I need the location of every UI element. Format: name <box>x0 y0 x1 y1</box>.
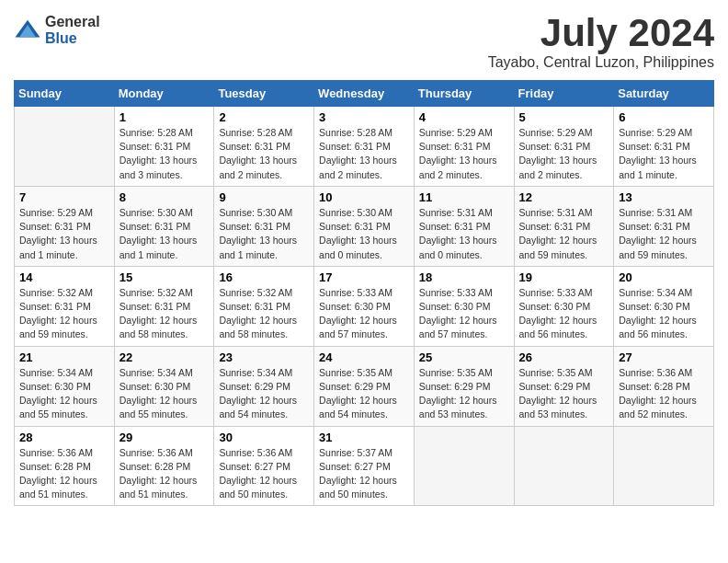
day-number: 25 <box>419 350 509 364</box>
day-number: 7 <box>19 190 109 204</box>
day-number: 26 <box>519 350 609 364</box>
page-header: General Blue July 2024 Tayabo, Central L… <box>14 14 714 71</box>
day-number: 28 <box>19 431 109 444</box>
header-cell-monday: Monday <box>114 81 214 107</box>
day-number: 20 <box>619 270 709 284</box>
calendar-cell: 11Sunrise: 5:31 AM Sunset: 6:31 PM Dayli… <box>414 186 514 266</box>
day-info: Sunrise: 5:32 AM Sunset: 6:31 PM Dayligh… <box>219 286 309 342</box>
day-number: 14 <box>19 270 109 284</box>
calendar-cell: 19Sunrise: 5:33 AM Sunset: 6:30 PM Dayli… <box>514 266 614 346</box>
day-info: Sunrise: 5:34 AM Sunset: 6:29 PM Dayligh… <box>219 366 309 422</box>
day-info: Sunrise: 5:28 AM Sunset: 6:31 PM Dayligh… <box>219 126 309 182</box>
day-info: Sunrise: 5:28 AM Sunset: 6:31 PM Dayligh… <box>319 126 409 182</box>
day-number: 12 <box>519 190 609 204</box>
day-number: 19 <box>519 270 609 284</box>
week-row-1: 1Sunrise: 5:28 AM Sunset: 6:31 PM Daylig… <box>15 107 714 187</box>
day-info: Sunrise: 5:33 AM Sunset: 6:30 PM Dayligh… <box>519 286 609 342</box>
day-info: Sunrise: 5:34 AM Sunset: 6:30 PM Dayligh… <box>19 366 109 422</box>
day-number: 2 <box>219 110 309 124</box>
header-row: SundayMondayTuesdayWednesdayThursdayFrid… <box>15 81 714 107</box>
calendar-table: SundayMondayTuesdayWednesdayThursdayFrid… <box>14 80 714 506</box>
day-info: Sunrise: 5:36 AM Sunset: 6:28 PM Dayligh… <box>19 446 109 502</box>
location-title: Tayabo, Central Luzon, Philippines <box>488 54 714 71</box>
calendar-cell: 25Sunrise: 5:35 AM Sunset: 6:29 PM Dayli… <box>414 346 514 426</box>
calendar-cell: 7Sunrise: 5:29 AM Sunset: 6:31 PM Daylig… <box>15 186 115 266</box>
day-info: Sunrise: 5:36 AM Sunset: 6:27 PM Dayligh… <box>219 446 309 502</box>
day-info: Sunrise: 5:31 AM Sunset: 6:31 PM Dayligh… <box>419 206 509 262</box>
day-info: Sunrise: 5:30 AM Sunset: 6:31 PM Dayligh… <box>119 206 210 262</box>
day-number: 18 <box>419 270 509 284</box>
day-number: 3 <box>319 110 409 124</box>
calendar-cell: 31Sunrise: 5:37 AM Sunset: 6:27 PM Dayli… <box>314 426 415 506</box>
calendar-cell: 2Sunrise: 5:28 AM Sunset: 6:31 PM Daylig… <box>214 107 314 187</box>
day-info: Sunrise: 5:30 AM Sunset: 6:31 PM Dayligh… <box>219 206 309 262</box>
week-row-5: 28Sunrise: 5:36 AM Sunset: 6:28 PM Dayli… <box>15 426 714 506</box>
calendar-cell: 28Sunrise: 5:36 AM Sunset: 6:28 PM Dayli… <box>15 426 115 506</box>
calendar-cell: 22Sunrise: 5:34 AM Sunset: 6:30 PM Dayli… <box>114 346 214 426</box>
logo-blue-text: Blue <box>45 30 100 47</box>
day-info: Sunrise: 5:31 AM Sunset: 6:31 PM Dayligh… <box>519 206 609 262</box>
header-cell-thursday: Thursday <box>414 81 514 107</box>
calendar-cell: 21Sunrise: 5:34 AM Sunset: 6:30 PM Dayli… <box>15 346 115 426</box>
day-info: Sunrise: 5:37 AM Sunset: 6:27 PM Dayligh… <box>319 446 409 502</box>
day-number: 31 <box>319 431 409 444</box>
calendar-cell: 1Sunrise: 5:28 AM Sunset: 6:31 PM Daylig… <box>114 107 214 187</box>
day-info: Sunrise: 5:28 AM Sunset: 6:31 PM Dayligh… <box>119 126 210 182</box>
calendar-cell: 24Sunrise: 5:35 AM Sunset: 6:29 PM Dayli… <box>314 346 415 426</box>
day-number: 13 <box>619 190 709 204</box>
day-info: Sunrise: 5:34 AM Sunset: 6:30 PM Dayligh… <box>619 286 709 342</box>
header-cell-sunday: Sunday <box>15 81 115 107</box>
day-info: Sunrise: 5:34 AM Sunset: 6:30 PM Dayligh… <box>119 366 210 422</box>
day-info: Sunrise: 5:33 AM Sunset: 6:30 PM Dayligh… <box>319 286 409 342</box>
day-number: 4 <box>419 110 509 124</box>
day-info: Sunrise: 5:29 AM Sunset: 6:31 PM Dayligh… <box>519 126 609 182</box>
calendar-cell <box>614 426 714 506</box>
day-info: Sunrise: 5:32 AM Sunset: 6:31 PM Dayligh… <box>19 286 109 342</box>
calendar-cell <box>15 107 115 187</box>
calendar-cell: 4Sunrise: 5:29 AM Sunset: 6:31 PM Daylig… <box>414 107 514 187</box>
header-cell-tuesday: Tuesday <box>214 81 314 107</box>
header-cell-friday: Friday <box>514 81 614 107</box>
calendar-cell: 17Sunrise: 5:33 AM Sunset: 6:30 PM Dayli… <box>314 266 415 346</box>
calendar-cell: 12Sunrise: 5:31 AM Sunset: 6:31 PM Dayli… <box>514 186 614 266</box>
calendar-cell: 5Sunrise: 5:29 AM Sunset: 6:31 PM Daylig… <box>514 107 614 187</box>
day-info: Sunrise: 5:35 AM Sunset: 6:29 PM Dayligh… <box>319 366 409 422</box>
calendar-cell: 13Sunrise: 5:31 AM Sunset: 6:31 PM Dayli… <box>614 186 714 266</box>
day-info: Sunrise: 5:29 AM Sunset: 6:31 PM Dayligh… <box>419 126 509 182</box>
calendar-cell: 26Sunrise: 5:35 AM Sunset: 6:29 PM Dayli… <box>514 346 614 426</box>
header-cell-wednesday: Wednesday <box>314 81 415 107</box>
calendar-cell <box>414 426 514 506</box>
day-number: 11 <box>419 190 509 204</box>
calendar-cell: 30Sunrise: 5:36 AM Sunset: 6:27 PM Dayli… <box>214 426 314 506</box>
day-number: 8 <box>119 190 210 204</box>
calendar-cell: 18Sunrise: 5:33 AM Sunset: 6:30 PM Dayli… <box>414 266 514 346</box>
day-info: Sunrise: 5:33 AM Sunset: 6:30 PM Dayligh… <box>419 286 509 342</box>
day-info: Sunrise: 5:30 AM Sunset: 6:31 PM Dayligh… <box>319 206 409 262</box>
calendar-cell: 10Sunrise: 5:30 AM Sunset: 6:31 PM Dayli… <box>314 186 415 266</box>
calendar-cell <box>514 426 614 506</box>
calendar-cell: 16Sunrise: 5:32 AM Sunset: 6:31 PM Dayli… <box>214 266 314 346</box>
calendar-cell: 8Sunrise: 5:30 AM Sunset: 6:31 PM Daylig… <box>114 186 214 266</box>
calendar-cell: 9Sunrise: 5:30 AM Sunset: 6:31 PM Daylig… <box>214 186 314 266</box>
week-row-2: 7Sunrise: 5:29 AM Sunset: 6:31 PM Daylig… <box>15 186 714 266</box>
calendar-cell: 23Sunrise: 5:34 AM Sunset: 6:29 PM Dayli… <box>214 346 314 426</box>
day-number: 1 <box>119 110 210 124</box>
day-number: 17 <box>319 270 409 284</box>
calendar-cell: 27Sunrise: 5:36 AM Sunset: 6:28 PM Dayli… <box>614 346 714 426</box>
week-row-4: 21Sunrise: 5:34 AM Sunset: 6:30 PM Dayli… <box>15 346 714 426</box>
day-number: 23 <box>219 350 309 364</box>
calendar-cell: 15Sunrise: 5:32 AM Sunset: 6:31 PM Dayli… <box>114 266 214 346</box>
day-info: Sunrise: 5:29 AM Sunset: 6:31 PM Dayligh… <box>619 126 709 182</box>
day-number: 9 <box>219 190 309 204</box>
day-number: 22 <box>119 350 210 364</box>
day-info: Sunrise: 5:35 AM Sunset: 6:29 PM Dayligh… <box>519 366 609 422</box>
day-number: 29 <box>119 431 210 444</box>
day-number: 6 <box>619 110 709 124</box>
day-number: 16 <box>219 270 309 284</box>
header-cell-saturday: Saturday <box>614 81 714 107</box>
day-info: Sunrise: 5:29 AM Sunset: 6:31 PM Dayligh… <box>19 206 109 262</box>
logo-icon <box>14 17 41 44</box>
day-number: 27 <box>619 350 709 364</box>
day-info: Sunrise: 5:35 AM Sunset: 6:29 PM Dayligh… <box>419 366 509 422</box>
calendar-cell: 20Sunrise: 5:34 AM Sunset: 6:30 PM Dayli… <box>614 266 714 346</box>
